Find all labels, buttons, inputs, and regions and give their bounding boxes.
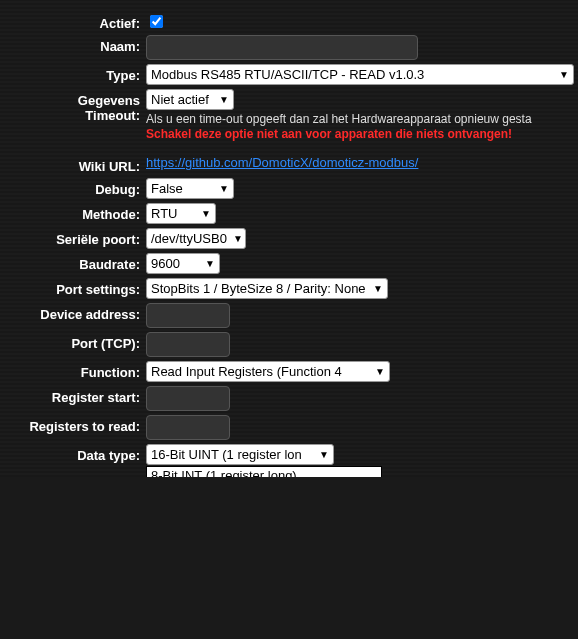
data-type-option[interactable]: 8-Bit INT (1 register long)	[147, 467, 381, 477]
type-select[interactable]: Modbus RS485 RTU/ASCII/TCP - READ v1.0.3…	[146, 64, 574, 85]
device-addr-input[interactable]	[146, 303, 230, 328]
reg-start-input[interactable]	[146, 386, 230, 411]
port-settings-value: StopBits 1 / ByteSize 8 / Parity: None	[151, 281, 366, 296]
baud-select[interactable]: 9600 ▼	[146, 253, 220, 274]
naam-input[interactable]	[146, 35, 418, 60]
debug-select[interactable]: False ▼	[146, 178, 234, 199]
timeout-note: Als u een time-out opgeeft dan zal het H…	[146, 112, 532, 126]
label-device-addr: Device address:	[0, 303, 146, 322]
chevron-down-icon: ▼	[373, 283, 383, 294]
label-methode: Methode:	[0, 203, 146, 222]
debug-select-value: False	[151, 181, 183, 196]
label-baud: Baudrate:	[0, 253, 146, 272]
chevron-down-icon: ▼	[375, 366, 385, 377]
port-settings-select[interactable]: StopBits 1 / ByteSize 8 / Parity: None ▼	[146, 278, 388, 299]
chevron-down-icon: ▼	[319, 449, 329, 460]
chevron-down-icon: ▼	[219, 183, 229, 194]
methode-select[interactable]: RTU ▼	[146, 203, 216, 224]
wiki-link[interactable]: https://github.com/DomoticX/domoticz-mod…	[146, 155, 418, 170]
baud-select-value: 9600	[151, 256, 180, 271]
label-reg-read: Registers to read:	[0, 415, 146, 434]
methode-select-value: RTU	[151, 206, 177, 221]
actief-checkbox[interactable]	[150, 15, 163, 28]
chevron-down-icon: ▼	[219, 94, 229, 105]
timeout-select-value: Niet actief	[151, 92, 209, 107]
label-seriele: Seriële poort:	[0, 228, 146, 247]
type-select-value: Modbus RS485 RTU/ASCII/TCP - READ v1.0.3	[151, 67, 424, 82]
timeout-warning: Schakel deze optie niet aan voor apparat…	[146, 127, 512, 141]
data-type-select-value: 16-Bit UINT (1 register lon	[151, 447, 302, 462]
port-tcp-input[interactable]	[146, 332, 230, 357]
label-debug: Debug:	[0, 178, 146, 197]
seriele-select[interactable]: /dev/ttyUSB0 ▼	[146, 228, 246, 249]
chevron-down-icon: ▼	[559, 69, 569, 80]
label-reg-start: Register start:	[0, 386, 146, 405]
data-type-options-list: 8-Bit INT (1 register long)16-Bit INT (1…	[146, 466, 382, 477]
chevron-down-icon: ▼	[201, 208, 211, 219]
label-port-settings: Port settings:	[0, 278, 146, 297]
label-port-tcp: Port (TCP):	[0, 332, 146, 351]
label-type: Type:	[0, 64, 146, 83]
chevron-down-icon: ▼	[205, 258, 215, 269]
function-select-value: Read Input Registers (Function 4	[151, 364, 342, 379]
label-function: Function:	[0, 361, 146, 380]
label-gegevens-timeout: GegevensTimeout:	[0, 89, 146, 123]
data-type-select[interactable]: 16-Bit UINT (1 register lon ▼	[146, 444, 334, 465]
function-select[interactable]: Read Input Registers (Function 4 ▼	[146, 361, 390, 382]
label-data-type: Data type:	[0, 444, 146, 463]
chevron-down-icon: ▼	[233, 233, 243, 244]
hardware-settings-form: Actief: Naam: Type: Modbus RS485 RTU/ASC…	[0, 0, 578, 477]
timeout-select[interactable]: Niet actief ▼	[146, 89, 234, 110]
seriele-select-value: /dev/ttyUSB0	[151, 231, 227, 246]
reg-read-input[interactable]	[146, 415, 230, 440]
label-wiki: Wiki URL:	[0, 155, 146, 174]
label-actief: Actief:	[0, 12, 146, 31]
label-naam: Naam:	[0, 35, 146, 54]
